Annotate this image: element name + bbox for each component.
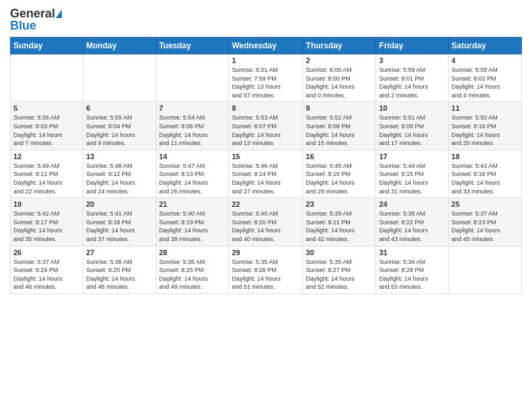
calendar-cell: 12Sunrise: 5:49 AM Sunset: 8:11 PM Dayli… xyxy=(11,150,83,197)
calendar-cell: 28Sunrise: 5:36 AM Sunset: 8:25 PM Dayli… xyxy=(156,246,229,293)
calendar-cell xyxy=(449,246,522,293)
day-info: Sunrise: 5:40 AM Sunset: 8:20 PM Dayligh… xyxy=(232,210,300,243)
day-info: Sunrise: 5:34 AM Sunset: 8:28 PM Dayligh… xyxy=(379,258,445,291)
calendar-cell: 15Sunrise: 5:46 AM Sunset: 8:14 PM Dayli… xyxy=(229,150,303,197)
day-info: Sunrise: 5:37 AM Sunset: 8:24 PM Dayligh… xyxy=(13,258,80,291)
day-info: Sunrise: 5:42 AM Sunset: 8:17 PM Dayligh… xyxy=(13,210,80,243)
day-number: 20 xyxy=(86,200,152,208)
logo-triangle-icon xyxy=(56,9,62,18)
calendar-cell: 3Sunrise: 5:59 AM Sunset: 8:01 PM Daylig… xyxy=(376,54,449,102)
day-info: Sunrise: 5:36 AM Sunset: 8:25 PM Dayligh… xyxy=(86,258,152,291)
column-header-wednesday: Wednesday xyxy=(229,38,303,54)
calendar-cell xyxy=(83,54,156,102)
column-header-thursday: Thursday xyxy=(303,38,376,54)
day-number: 19 xyxy=(13,200,80,208)
calendar-cell: 20Sunrise: 5:41 AM Sunset: 8:18 PM Dayli… xyxy=(83,198,156,246)
calendar-cell: 7Sunrise: 5:54 AM Sunset: 8:06 PM Daylig… xyxy=(156,102,229,150)
day-number: 24 xyxy=(379,200,445,208)
day-info: Sunrise: 5:44 AM Sunset: 8:15 PM Dayligh… xyxy=(379,162,445,195)
calendar-cell: 1Sunrise: 6:01 AM Sunset: 7:59 PM Daylig… xyxy=(229,54,303,102)
column-header-tuesday: Tuesday xyxy=(156,38,229,54)
calendar-cell: 25Sunrise: 5:37 AM Sunset: 8:23 PM Dayli… xyxy=(449,198,522,246)
column-header-friday: Friday xyxy=(376,38,449,54)
calendar-cell: 30Sunrise: 5:35 AM Sunset: 8:27 PM Dayli… xyxy=(303,246,376,293)
day-number: 26 xyxy=(13,248,80,257)
calendar-cell: 24Sunrise: 5:38 AM Sunset: 8:22 PM Dayli… xyxy=(376,198,449,246)
day-info: Sunrise: 6:00 AM Sunset: 8:00 PM Dayligh… xyxy=(306,66,373,99)
day-info: Sunrise: 5:59 AM Sunset: 8:01 PM Dayligh… xyxy=(379,66,445,99)
calendar-cell: 19Sunrise: 5:42 AM Sunset: 8:17 PM Dayli… xyxy=(11,198,83,246)
calendar-cell xyxy=(11,54,83,102)
calendar-cell: 21Sunrise: 5:40 AM Sunset: 8:19 PM Dayli… xyxy=(156,198,229,246)
day-number: 29 xyxy=(232,248,300,257)
day-info: Sunrise: 5:37 AM Sunset: 8:23 PM Dayligh… xyxy=(451,210,519,243)
day-number: 25 xyxy=(451,200,519,208)
calendar-cell: 22Sunrise: 5:40 AM Sunset: 8:20 PM Dayli… xyxy=(229,198,303,246)
day-info: Sunrise: 5:35 AM Sunset: 8:27 PM Dayligh… xyxy=(306,258,373,291)
calendar-week-row: 1Sunrise: 6:01 AM Sunset: 7:59 PM Daylig… xyxy=(11,54,522,102)
calendar-cell: 9Sunrise: 5:52 AM Sunset: 8:08 PM Daylig… xyxy=(303,102,376,150)
day-number: 17 xyxy=(379,152,445,161)
day-number: 2 xyxy=(306,56,373,64)
day-number: 10 xyxy=(379,104,445,112)
calendar-header-row: SundayMondayTuesdayWednesdayThursdayFrid… xyxy=(11,38,522,54)
calendar-cell: 17Sunrise: 5:44 AM Sunset: 8:15 PM Dayli… xyxy=(376,150,449,197)
calendar-cell: 8Sunrise: 5:53 AM Sunset: 8:07 PM Daylig… xyxy=(229,102,303,150)
day-number: 22 xyxy=(232,200,300,208)
day-number: 13 xyxy=(86,152,152,161)
calendar-cell: 18Sunrise: 5:43 AM Sunset: 8:16 PM Dayli… xyxy=(449,150,522,197)
day-info: Sunrise: 5:51 AM Sunset: 8:09 PM Dayligh… xyxy=(379,113,445,147)
day-number: 31 xyxy=(379,248,445,257)
calendar-cell: 23Sunrise: 5:39 AM Sunset: 8:21 PM Dayli… xyxy=(303,198,376,246)
day-info: Sunrise: 5:55 AM Sunset: 8:04 PM Dayligh… xyxy=(86,113,152,147)
day-number: 15 xyxy=(232,152,300,161)
calendar-cell: 31Sunrise: 5:34 AM Sunset: 8:28 PM Dayli… xyxy=(376,246,449,293)
calendar-page: General Blue SundayMondayTuesdayWednesda… xyxy=(0,0,532,411)
day-info: Sunrise: 5:48 AM Sunset: 8:12 PM Dayligh… xyxy=(86,162,152,195)
day-info: Sunrise: 5:38 AM Sunset: 8:22 PM Dayligh… xyxy=(379,210,445,243)
day-info: Sunrise: 5:40 AM Sunset: 8:19 PM Dayligh… xyxy=(159,210,226,243)
calendar-cell: 11Sunrise: 5:50 AM Sunset: 8:10 PM Dayli… xyxy=(449,102,522,150)
calendar-cell: 27Sunrise: 5:36 AM Sunset: 8:25 PM Dayli… xyxy=(83,246,156,293)
calendar-cell: 29Sunrise: 5:35 AM Sunset: 8:26 PM Dayli… xyxy=(229,246,303,293)
day-info: Sunrise: 5:56 AM Sunset: 8:03 PM Dayligh… xyxy=(13,113,80,147)
day-number: 14 xyxy=(159,152,226,161)
day-info: Sunrise: 5:36 AM Sunset: 8:25 PM Dayligh… xyxy=(159,258,226,291)
calendar-cell: 13Sunrise: 5:48 AM Sunset: 8:12 PM Dayli… xyxy=(83,150,156,197)
day-info: Sunrise: 5:52 AM Sunset: 8:08 PM Dayligh… xyxy=(306,113,373,147)
calendar-week-row: 26Sunrise: 5:37 AM Sunset: 8:24 PM Dayli… xyxy=(11,246,522,293)
day-info: Sunrise: 5:35 AM Sunset: 8:26 PM Dayligh… xyxy=(232,258,300,291)
column-header-sunday: Sunday xyxy=(11,38,83,54)
day-info: Sunrise: 5:46 AM Sunset: 8:14 PM Dayligh… xyxy=(232,162,300,195)
day-number: 3 xyxy=(379,56,445,64)
day-number: 5 xyxy=(13,104,80,112)
calendar-week-row: 12Sunrise: 5:49 AM Sunset: 8:11 PM Dayli… xyxy=(11,150,522,197)
day-number: 7 xyxy=(159,104,226,112)
day-info: Sunrise: 5:49 AM Sunset: 8:11 PM Dayligh… xyxy=(13,162,80,195)
day-info: Sunrise: 6:01 AM Sunset: 7:59 PM Dayligh… xyxy=(232,66,300,99)
logo-blue: Blue xyxy=(10,19,36,33)
day-number: 4 xyxy=(451,56,519,64)
header: General Blue xyxy=(10,7,522,33)
day-number: 21 xyxy=(159,200,226,208)
day-info: Sunrise: 5:43 AM Sunset: 8:16 PM Dayligh… xyxy=(451,162,519,195)
calendar-cell: 16Sunrise: 5:45 AM Sunset: 8:15 PM Dayli… xyxy=(303,150,376,197)
day-number: 12 xyxy=(13,152,80,161)
day-number: 6 xyxy=(86,104,152,112)
day-number: 28 xyxy=(159,248,226,257)
day-info: Sunrise: 5:39 AM Sunset: 8:21 PM Dayligh… xyxy=(306,210,373,243)
calendar-cell: 10Sunrise: 5:51 AM Sunset: 8:09 PM Dayli… xyxy=(376,102,449,150)
day-number: 1 xyxy=(232,56,300,64)
day-number: 27 xyxy=(86,248,152,257)
day-info: Sunrise: 5:50 AM Sunset: 8:10 PM Dayligh… xyxy=(451,113,519,147)
day-info: Sunrise: 5:45 AM Sunset: 8:15 PM Dayligh… xyxy=(306,162,373,195)
day-number: 30 xyxy=(306,248,373,257)
calendar-week-row: 5Sunrise: 5:56 AM Sunset: 8:03 PM Daylig… xyxy=(11,102,522,150)
calendar-table: SundayMondayTuesdayWednesdayThursdayFrid… xyxy=(10,37,522,294)
calendar-cell: 26Sunrise: 5:37 AM Sunset: 8:24 PM Dayli… xyxy=(11,246,83,293)
day-info: Sunrise: 5:47 AM Sunset: 8:13 PM Dayligh… xyxy=(159,162,226,195)
day-info: Sunrise: 5:53 AM Sunset: 8:07 PM Dayligh… xyxy=(232,113,300,147)
day-number: 16 xyxy=(306,152,373,161)
day-info: Sunrise: 5:58 AM Sunset: 8:02 PM Dayligh… xyxy=(451,66,519,99)
day-number: 8 xyxy=(232,104,300,112)
